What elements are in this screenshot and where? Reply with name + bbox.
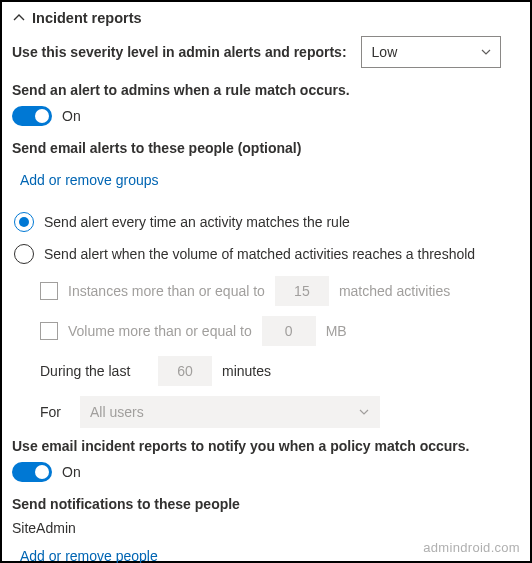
during-label-b: minutes xyxy=(222,363,271,379)
add-remove-people-link[interactable]: Add or remove people xyxy=(20,548,158,563)
chevron-down-icon xyxy=(480,46,492,58)
admin-alert-label: Send an alert to admins when a rule matc… xyxy=(12,82,520,98)
incident-email-label: Use email incident reports to notify you… xyxy=(12,438,520,454)
radio-threshold[interactable] xyxy=(14,244,34,264)
section-header[interactable]: Incident reports xyxy=(12,10,520,26)
alert-mode-threshold-label: Send alert when the volume of matched ac… xyxy=(44,246,475,262)
instances-label-a: Instances more than or equal to xyxy=(68,283,265,299)
instances-checkbox[interactable] xyxy=(40,282,58,300)
for-select[interactable]: All users xyxy=(80,396,380,428)
instances-input[interactable] xyxy=(275,276,329,306)
for-label: For xyxy=(40,404,70,420)
alert-mode-threshold-row[interactable]: Send alert when the volume of matched ac… xyxy=(14,244,520,264)
volume-label-a: Volume more than or equal to xyxy=(68,323,252,339)
severity-label: Use this severity level in admin alerts … xyxy=(12,44,347,60)
watermark: admindroid.com xyxy=(423,540,520,555)
chevron-down-icon xyxy=(358,406,370,418)
for-value: All users xyxy=(90,404,144,420)
incident-email-state: On xyxy=(62,464,81,480)
notify-label: Send notifications to these people xyxy=(12,496,520,512)
email-alerts-label: Send email alerts to these people (optio… xyxy=(12,140,520,156)
volume-checkbox[interactable] xyxy=(40,322,58,340)
during-input[interactable] xyxy=(158,356,212,386)
threshold-sub-block: Instances more than or equal to matched … xyxy=(12,276,520,428)
admin-alert-state: On xyxy=(62,108,81,124)
during-label-a: During the last xyxy=(40,363,148,379)
admin-alert-toggle[interactable] xyxy=(12,106,52,126)
volume-label-b: MB xyxy=(326,323,347,339)
alert-mode-every-label: Send alert every time an activity matche… xyxy=(44,214,350,230)
volume-input[interactable] xyxy=(262,316,316,346)
chevron-up-icon xyxy=(12,11,26,25)
incident-email-toggle[interactable] xyxy=(12,462,52,482)
severity-select[interactable]: Low xyxy=(361,36,501,68)
notify-person: SiteAdmin xyxy=(12,520,520,536)
radio-every[interactable] xyxy=(14,212,34,232)
add-remove-groups-link[interactable]: Add or remove groups xyxy=(20,172,159,188)
severity-value: Low xyxy=(372,44,398,60)
section-title: Incident reports xyxy=(32,10,142,26)
severity-row: Use this severity level in admin alerts … xyxy=(12,36,520,68)
alert-mode-every-row[interactable]: Send alert every time an activity matche… xyxy=(14,212,520,232)
instances-label-b: matched activities xyxy=(339,283,450,299)
